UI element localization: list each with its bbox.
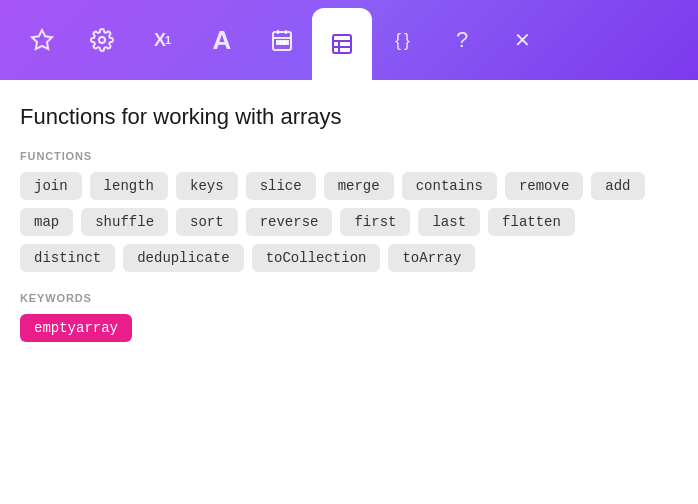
svg-rect-6: [277, 41, 280, 44]
star-icon[interactable]: [12, 0, 72, 80]
keywords-section: KEYWORDS emptyarray: [20, 292, 678, 342]
function-tag[interactable]: toCollection: [252, 244, 381, 272]
function-tag[interactable]: map: [20, 208, 73, 236]
function-tag[interactable]: flatten: [488, 208, 575, 236]
keywords-label: KEYWORDS: [20, 292, 678, 304]
function-tag[interactable]: shuffle: [81, 208, 168, 236]
svg-rect-9: [333, 35, 351, 53]
function-tag[interactable]: slice: [246, 172, 316, 200]
function-tag[interactable]: distinct: [20, 244, 115, 272]
svg-rect-8: [285, 41, 288, 44]
function-tag[interactable]: length: [90, 172, 168, 200]
function-tag[interactable]: keys: [176, 172, 238, 200]
function-tag[interactable]: remove: [505, 172, 583, 200]
keywords-tags: emptyarray: [20, 314, 678, 342]
svg-point-1: [99, 37, 105, 43]
function-tag[interactable]: add: [591, 172, 644, 200]
calendar-icon[interactable]: [252, 0, 312, 80]
font-icon[interactable]: A: [192, 0, 252, 80]
function-tag[interactable]: first: [340, 208, 410, 236]
function-tag[interactable]: join: [20, 172, 82, 200]
table-icon[interactable]: [312, 8, 372, 80]
superscript-icon[interactable]: X1: [132, 0, 192, 80]
code-icon[interactable]: { }: [372, 0, 432, 80]
help-icon[interactable]: ?: [432, 0, 492, 80]
function-tag[interactable]: merge: [324, 172, 394, 200]
svg-marker-0: [32, 30, 52, 49]
page-title: Functions for working with arrays: [20, 104, 678, 130]
svg-rect-7: [281, 41, 284, 44]
close-icon[interactable]: ✕: [492, 0, 552, 80]
settings-icon[interactable]: [72, 0, 132, 80]
function-tag[interactable]: reverse: [246, 208, 333, 236]
keyword-tag[interactable]: emptyarray: [20, 314, 132, 342]
toolbar: X1 A { } ? ✕: [0, 0, 698, 80]
function-tag[interactable]: contains: [402, 172, 497, 200]
functions-label: FUNCTIONS: [20, 150, 678, 162]
function-tag[interactable]: deduplicate: [123, 244, 243, 272]
functions-section: FUNCTIONS joinlengthkeysslicemergecontai…: [20, 150, 678, 272]
function-tag[interactable]: sort: [176, 208, 238, 236]
function-tag[interactable]: last: [418, 208, 480, 236]
functions-tags: joinlengthkeysslicemergecontainsremovead…: [20, 172, 678, 272]
function-tag[interactable]: toArray: [388, 244, 475, 272]
main-content: Functions for working with arrays FUNCTI…: [0, 80, 698, 382]
